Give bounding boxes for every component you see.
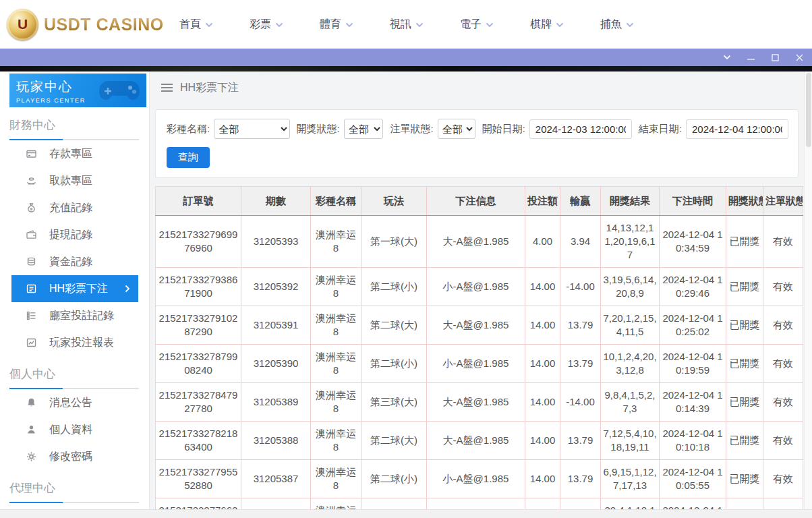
window-menu-button[interactable] xyxy=(723,55,731,60)
sidebar-item-label: 資金記錄 xyxy=(49,255,92,269)
table-cell: 14.00 xyxy=(525,306,560,345)
start-date-label: 開始日期: xyxy=(482,123,525,136)
filter-panel: 彩種名稱: 全部 開獎狀態: 全部 注單狀態: 全部 開始日期: 結束日期: 查… xyxy=(155,109,799,178)
table-cell: 31205390 xyxy=(241,345,311,383)
table-row: 215217332787990824031205390澳洲幸运8第二球(小)小-… xyxy=(156,345,803,383)
nav-item-home[interactable]: 首頁 xyxy=(179,18,213,32)
nav-item-sports[interactable]: 體育 xyxy=(320,18,353,32)
user-icon xyxy=(26,424,38,435)
column-header: 玩法 xyxy=(361,187,427,216)
table-cell: 已開獎 xyxy=(726,268,763,306)
table-cell: -14.00 xyxy=(560,498,601,510)
table-cell: 澳洲幸运8 xyxy=(311,268,361,306)
chevron-down-icon xyxy=(626,22,634,28)
logo-letter: U xyxy=(18,16,28,32)
nav-item-label: 體育 xyxy=(320,18,341,32)
table-row: 215217332784792778031205389澳洲幸运8第三球(大)大-… xyxy=(156,383,803,422)
table-cell: 有效 xyxy=(763,422,803,460)
table-cell: -14.00 xyxy=(560,268,601,306)
table-cell: 10,1,2,4,20,3,12,8 xyxy=(601,345,660,383)
table-cell: 4.00 xyxy=(525,216,560,268)
sidebar-item-hh-lottery-bets[interactable]: HH彩票下注 xyxy=(11,275,138,302)
menu-toggle-icon[interactable] xyxy=(161,84,173,92)
query-button[interactable]: 查詢 xyxy=(167,147,210,168)
table-cell: 2024-12-04 10:14:39 xyxy=(660,383,726,422)
table-cell: 2152173327938671900 xyxy=(156,268,241,306)
column-header: 開獎狀態 xyxy=(726,187,763,216)
wallet-icon xyxy=(26,229,38,240)
sidebar-item-announcements[interactable]: 消息公告 xyxy=(11,389,138,416)
table-cell: 2024-12-04 10:29:46 xyxy=(660,268,726,306)
horizontal-scrollbar[interactable] xyxy=(0,509,812,518)
sidebar-item-change-password[interactable]: 修改密碼 xyxy=(11,443,138,470)
table-cell: 大-A盤@1.985 xyxy=(427,422,525,460)
list-records-icon xyxy=(26,310,38,321)
sidebar-item-player-bet-report[interactable]: 玩家投注報表 xyxy=(11,329,138,356)
nav-item-chess[interactable]: 棋牌 xyxy=(530,18,564,32)
column-header: 下注時間 xyxy=(660,187,726,216)
sidebar-item-label: HH彩票下注 xyxy=(49,282,108,296)
section-underline xyxy=(9,502,139,503)
column-header: 注單狀態 xyxy=(763,187,803,216)
vertical-scrollbar[interactable] xyxy=(804,71,812,509)
lottery-name-select[interactable]: 全部 xyxy=(214,119,289,139)
table-cell: 有效 xyxy=(763,306,803,345)
content-area: 玩家中心 PLAYERS CENTER 財務中心存款專區取款專區充值記錄提現記錄… xyxy=(0,71,812,509)
sidebar-item-deposit-zone[interactable]: 存款專區 xyxy=(11,140,138,167)
sidebar-item-profile[interactable]: 個人資料 xyxy=(11,416,138,443)
table-cell: 已開獎 xyxy=(726,383,763,422)
column-header: 期數 xyxy=(241,187,311,216)
table-cell: 6,9,15,1,12,7,17,13 xyxy=(601,460,660,498)
nav-item-fishing[interactable]: 捕魚 xyxy=(600,18,634,32)
end-date-input[interactable] xyxy=(686,119,788,139)
sidebar-item-label: 充值記錄 xyxy=(49,201,92,215)
sidebar: 玩家中心 PLAYERS CENTER 財務中心存款專區取款專區充值記錄提現記錄… xyxy=(0,71,150,509)
table-cell: 澳洲幸运8 xyxy=(311,345,361,383)
column-header: 投注額 xyxy=(525,187,560,216)
start-date-input[interactable] xyxy=(529,119,632,139)
nav-item-electronic[interactable]: 電子 xyxy=(460,18,494,32)
table-cell: 第一球(大) xyxy=(361,216,427,268)
maximize-button[interactable] xyxy=(771,53,780,62)
table-cell: 7,20,1,2,15,4,11,5 xyxy=(601,306,660,345)
window-titlebar xyxy=(0,49,812,66)
minimize-button[interactable] xyxy=(747,53,755,62)
bets-table: 訂單號期數彩種名稱玩法下注信息投注額輸贏開獎結果下注時間開獎狀態注單狀態2152… xyxy=(155,186,803,509)
dark-divider xyxy=(0,66,812,71)
sidebar-item-hall-bet-records[interactable]: 廳室投註記錄 xyxy=(11,302,138,329)
table-cell: 已開獎 xyxy=(726,460,763,498)
section-underline xyxy=(9,388,139,389)
table-cell: 31205389 xyxy=(241,383,311,422)
table-cell: 9,8,4,1,5,2,7,3 xyxy=(601,383,660,422)
table-cell: 澳洲幸运8 xyxy=(311,498,361,510)
table-cell: -14.00 xyxy=(560,383,601,422)
sidebar-item-recharge-records[interactable]: 充值記錄 xyxy=(11,194,138,221)
table-cell: 大-A盤@1.985 xyxy=(427,383,525,422)
nav-item-lottery[interactable]: 彩票 xyxy=(250,18,283,32)
table-cell: 小-A盤@1.985 xyxy=(427,345,525,383)
nav-item-video[interactable]: 視訊 xyxy=(390,18,424,32)
table-cell: 2024-12-04 10:25:02 xyxy=(660,306,726,345)
page-title: HH彩票下注 xyxy=(180,81,239,95)
sidebar-item-withdraw-zone[interactable]: 取款專區 xyxy=(11,167,138,194)
nav-item-label: 視訊 xyxy=(390,18,411,32)
column-header: 下注信息 xyxy=(427,187,525,216)
table-cell: 澳洲幸运8 xyxy=(311,216,361,268)
app-window: U USDT CASINO 首頁彩票體育視訊電子棋牌捕魚 玩家中心 PLAYER… xyxy=(0,0,812,518)
close-button[interactable] xyxy=(795,53,804,62)
table-cell: 小-A盤@1.985 xyxy=(427,460,525,498)
sidebar-item-withdrawal-records[interactable]: 提現記錄 xyxy=(11,221,138,248)
section-header: 財務中心 xyxy=(9,117,146,133)
table-cell: 大-A盤@1.985 xyxy=(427,306,525,345)
table-cell: 第二球(小) xyxy=(361,345,427,383)
brand[interactable]: U USDT CASINO xyxy=(7,9,161,40)
order-status-select[interactable]: 全部 xyxy=(438,119,475,139)
table-cell: 20,4,1,18,11,16,8,3 xyxy=(601,498,660,510)
chevron-down-icon xyxy=(345,22,353,28)
section-header: 個人中心 xyxy=(9,366,146,382)
table-cell: 13.79 xyxy=(560,460,601,498)
draw-status-select[interactable]: 全部 xyxy=(344,119,384,139)
sidebar-item-agent-rules[interactable]: 代理規則說明 xyxy=(11,503,138,509)
vertical-scrollbar-thumb[interactable] xyxy=(806,73,811,147)
sidebar-item-funds-records[interactable]: 資金記錄 xyxy=(11,248,138,275)
